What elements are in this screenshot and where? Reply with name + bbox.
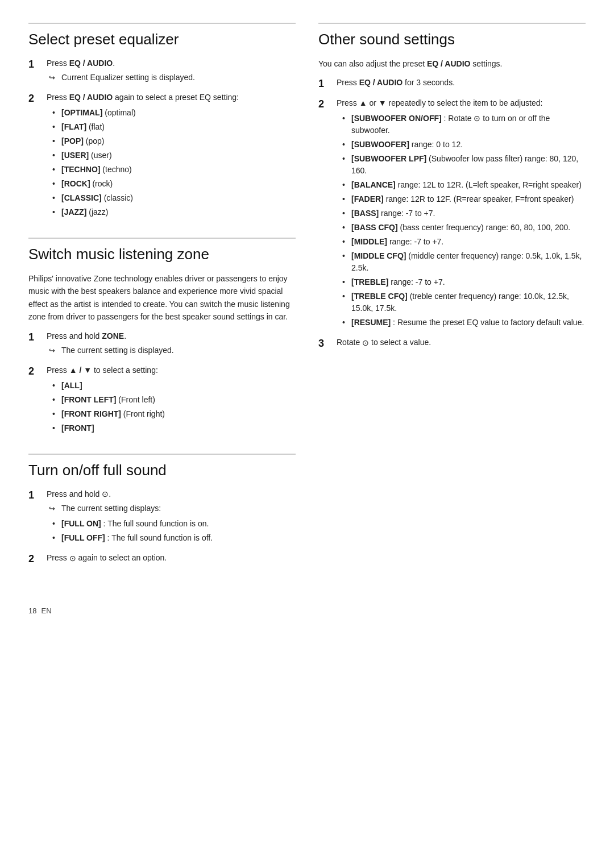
arrow-icon-1: ↪ (49, 72, 58, 84)
step-3-other-sound-text: Rotate ⊙ to select a value. (337, 338, 431, 347)
step-2-eq-text: Press EQ / AUDIO again to select a prese… (47, 93, 239, 102)
step-2-eq-content: Press EQ / AUDIO again to select a prese… (47, 92, 296, 221)
list-item: [FULL ON] : The full sound function is o… (52, 518, 296, 530)
step-2-full-sound: 2 Press ⊙ again to select an option. (28, 552, 296, 566)
section-divider-1 (28, 23, 296, 24)
step-1-eq: 1 Press EQ / AUDIO. ↪ Current Equalizer … (28, 57, 296, 86)
step-number-1: 1 (28, 57, 40, 72)
list-item: [POP] (pop) (52, 135, 296, 147)
section-divider-2 (28, 238, 296, 239)
step-1-zone-content: Press and hold ZONE. ↪ The current setti… (47, 330, 296, 359)
step-1-other-sound-content: Press EQ / AUDIO for 3 seconds. (337, 77, 586, 89)
step-1-full-sound: 1 Press and hold ⊙. ↪ The current settin… (28, 488, 296, 547)
list-item: [USER] (user) (52, 149, 296, 161)
step-1-eq-text: Press EQ / AUDIO. (47, 59, 115, 68)
page-footer: 18 EN (28, 607, 586, 615)
list-item: [FRONT] (52, 422, 296, 434)
zone-description: Philips' innovative Zone technology enab… (28, 272, 296, 323)
step-number-2: 2 (28, 92, 40, 106)
step-2-eq: 2 Press EQ / AUDIO again to select a pre… (28, 92, 296, 221)
rotate-icon-1: ⊙ (474, 113, 480, 124)
spiral-icon-1: ⊙ (102, 488, 109, 500)
other-sound-intro: You can also adjust the preset EQ / AUDI… (318, 57, 586, 70)
section-title-zone: Switch music listening zone (28, 246, 296, 263)
right-column: Other sound settings You can also adjust… (318, 23, 586, 584)
arrow-icon-zone: ↪ (49, 345, 58, 356)
other-sound-step-number-2: 2 (318, 97, 330, 111)
step-1-zone-arrow: ↪ The current setting is displayed. (47, 344, 296, 356)
list-item: [FRONT LEFT] (Front left) (52, 394, 296, 406)
step-2-other-sound-text: Press ▲ or ▼ repeatedly to select the it… (337, 98, 542, 107)
left-column: Select preset equalizer 1 Press EQ / AUD… (28, 23, 296, 584)
step-2-zone: 2 Press ▲ / ▼ to select a setting: [ALL]… (28, 364, 296, 437)
list-item: [TREBLE] range: -7 to +7. (342, 276, 586, 288)
section-other-sound-settings: Other sound settings You can also adjust… (318, 23, 586, 351)
step-3-other-sound-content: Rotate ⊙ to select a value. (337, 337, 586, 349)
step-1-eq-arrow-text: Current Equalizer setting is displayed. (61, 72, 195, 84)
section-divider-right (318, 23, 586, 24)
list-item: [BALANCE] range: 12L to 12R. (L=left spe… (342, 179, 586, 191)
list-item: [TECHNO] (techno) (52, 164, 296, 176)
list-item: [FULL OFF] : The full sound function is … (52, 532, 296, 544)
step-2-other-sound-content: Press ▲ or ▼ repeatedly to select the it… (337, 97, 586, 331)
rotate-icon-2: ⊙ (362, 337, 369, 349)
list-item: [MIDDLE] range: -7 to +7. (342, 236, 586, 248)
full-sound-options-list: [FULL ON] : The full sound function is o… (47, 518, 296, 544)
list-item: [CLASSIC] (classic) (52, 192, 296, 204)
spiral-icon-2: ⊙ (69, 553, 76, 564)
page-lang: EN (41, 607, 51, 615)
step-2-full-sound-content: Press ⊙ again to select an option. (47, 552, 296, 564)
step-3-other-sound: 3 Rotate ⊙ to select a value. (318, 337, 586, 351)
step-1-full-sound-arrow: ↪ The current setting displays: (47, 502, 296, 514)
list-item: [FADER] range: 12R to 12F. (R=rear speak… (342, 193, 586, 205)
list-item: [FLAT] (flat) (52, 121, 296, 133)
list-item: [RESUME] : Resume the preset EQ value to… (342, 317, 586, 329)
step-1-eq-arrow: ↪ Current Equalizer setting is displayed… (47, 72, 296, 84)
list-item: [ROCK] (rock) (52, 178, 296, 190)
list-item: [SUBWOOFER LPF] (Subwoofer low pass filt… (342, 153, 586, 177)
step-1-full-sound-content: Press and hold ⊙. ↪ The current setting … (47, 488, 296, 547)
full-sound-step-number-1: 1 (28, 488, 40, 502)
section-switch-music-zone: Switch music listening zone Philips' inn… (28, 238, 296, 437)
list-item: [OPTIMAL] (optimal) (52, 107, 296, 119)
full-sound-step-number-2: 2 (28, 552, 40, 566)
step-2-other-sound: 2 Press ▲ or ▼ repeatedly to select the … (318, 97, 586, 331)
section-select-preset-equalizer: Select preset equalizer 1 Press EQ / AUD… (28, 23, 296, 221)
step-2-zone-content: Press ▲ / ▼ to select a setting: [ALL] [… (47, 364, 296, 437)
zone-step-number-2: 2 (28, 364, 40, 379)
list-item: [JAZZ] (jazz) (52, 206, 296, 218)
list-item: [FRONT RIGHT] (Front right) (52, 408, 296, 420)
other-sound-step-number-1: 1 (318, 77, 330, 91)
zone-step-number-1: 1 (28, 330, 40, 344)
list-item: [BASS CFQ] (bass center frequency) range… (342, 222, 586, 234)
eq-options-list: [OPTIMAL] (optimal) [FLAT] (flat) [POP] … (47, 107, 296, 218)
other-sound-options-list: [SUBWOOFER ON/OFF] : Rotate ⊙ to turn on… (337, 113, 586, 329)
list-item: [ALL] (52, 380, 296, 392)
step-1-eq-content: Press EQ / AUDIO. ↪ Current Equalizer se… (47, 57, 296, 86)
step-1-other-sound-text: Press EQ / AUDIO for 3 seconds. (337, 78, 455, 87)
list-item: [BASS] range: -7 to +7. (342, 207, 586, 219)
other-sound-step-number-3: 3 (318, 337, 330, 351)
section-title-full-sound: Turn on/off full sound (28, 462, 296, 479)
zone-options-list: [ALL] [FRONT LEFT] (Front left) [FRONT R… (47, 380, 296, 434)
page-number: 18 (28, 607, 36, 615)
arrow-icon-full-sound: ↪ (49, 503, 58, 514)
step-1-zone: 1 Press and hold ZONE. ↪ The current set… (28, 330, 296, 359)
list-item: [SUBWOOFER] range: 0 to 12. (342, 139, 586, 151)
step-1-other-sound: 1 Press EQ / AUDIO for 3 seconds. (318, 77, 586, 91)
step-1-zone-arrow-text: The current setting is displayed. (61, 344, 174, 356)
list-item: [MIDDLE CFQ] (middle center frequency) r… (342, 250, 586, 274)
section-title-equalizer: Select preset equalizer (28, 31, 296, 48)
section-divider-3 (28, 454, 296, 455)
step-2-zone-text: Press ▲ / ▼ to select a setting: (47, 366, 158, 375)
step-1-full-sound-arrow-text: The current setting displays: (61, 502, 161, 514)
step-2-full-sound-text: Press ⊙ again to select an option. (47, 553, 167, 562)
list-item: [SUBWOOFER ON/OFF] : Rotate ⊙ to turn on… (342, 113, 586, 137)
list-item: [TREBLE CFQ] (treble center frequency) r… (342, 290, 586, 314)
step-1-zone-text: Press and hold ZONE. (47, 331, 126, 340)
step-1-full-sound-text: Press and hold ⊙. (47, 489, 111, 499)
section-full-sound: Turn on/off full sound 1 Press and hold … (28, 454, 296, 567)
section-title-other-sound: Other sound settings (318, 31, 586, 48)
